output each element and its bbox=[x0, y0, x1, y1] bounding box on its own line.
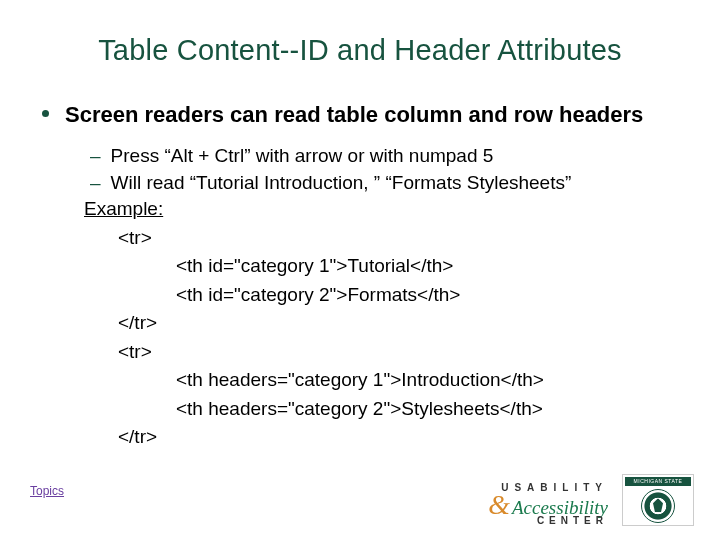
example-label: Example: bbox=[84, 198, 680, 220]
dash-icon: – bbox=[90, 170, 101, 196]
code-line: <th headers="category 2">Stylesheets</th… bbox=[176, 395, 680, 424]
code-line: </tr> bbox=[118, 309, 680, 338]
uac-row: & Accessibility bbox=[488, 494, 608, 518]
slide: Table Content--ID and Header Attributes … bbox=[0, 0, 720, 540]
ampersand-icon: & bbox=[488, 494, 510, 516]
footer-logos: USABILITY & Accessibility CENTER MICHIGA… bbox=[488, 474, 694, 526]
topics-link[interactable]: Topics bbox=[30, 484, 64, 498]
bullet-text: Screen readers can read table column and… bbox=[65, 101, 643, 129]
code-line: <th id="category 1">Tutorial</th> bbox=[176, 252, 680, 281]
msu-seal-icon bbox=[641, 489, 675, 523]
msu-bar-top: MICHIGAN STATE bbox=[625, 477, 691, 486]
sub-bullet-2-text: Will read “Tutorial Introduction, ” “For… bbox=[111, 170, 572, 196]
sub-bullet-list: – Press “Alt + Ctrl” with arrow or with … bbox=[90, 143, 680, 196]
bullet-icon bbox=[42, 110, 49, 117]
dash-icon: – bbox=[90, 143, 101, 169]
code-example: <tr> <th id="category 1">Tutorial</th> <… bbox=[118, 224, 680, 452]
sub-bullet-2: – Will read “Tutorial Introduction, ” “F… bbox=[90, 170, 680, 196]
code-line: </tr> bbox=[118, 423, 680, 452]
code-line: <th id="category 2">Formats</th> bbox=[176, 281, 680, 310]
sub-bullet-1: – Press “Alt + Ctrl” with arrow or with … bbox=[90, 143, 680, 169]
msu-logo: MICHIGAN STATE bbox=[622, 474, 694, 526]
slide-title: Table Content--ID and Header Attributes bbox=[40, 34, 680, 67]
main-bullet: Screen readers can read table column and… bbox=[42, 101, 680, 129]
code-line: <tr> bbox=[118, 224, 680, 253]
code-line: <tr> bbox=[118, 338, 680, 367]
code-line: <th headers="category 1">Introduction</t… bbox=[176, 366, 680, 395]
sub-bullet-1-text: Press “Alt + Ctrl” with arrow or with nu… bbox=[111, 143, 494, 169]
usability-accessibility-center-logo: USABILITY & Accessibility CENTER bbox=[488, 483, 608, 526]
